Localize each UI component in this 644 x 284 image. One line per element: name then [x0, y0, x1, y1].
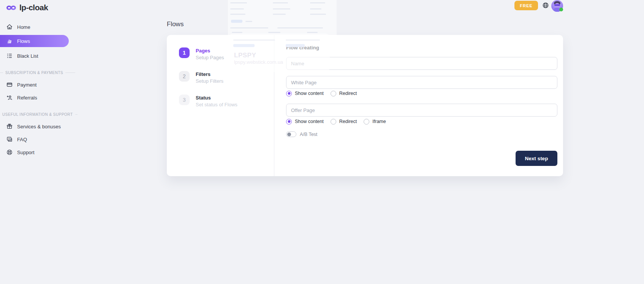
wizard-step-filters[interactable]: 2 Filters Setup Filters — [179, 71, 223, 84]
ghost-line — [277, 27, 323, 28]
sidebar-item-support[interactable]: Support — [0, 147, 76, 157]
gift-icon — [6, 123, 13, 130]
offer-page-iframe-option[interactable]: Iframe — [364, 119, 386, 125]
sidebar-item-black-list[interactable]: Black List — [0, 51, 76, 61]
ghost-line — [310, 14, 326, 15]
ghost-line — [232, 32, 242, 33]
step-number-badge: 3 — [179, 95, 190, 105]
ghost-line — [273, 14, 286, 15]
flows-icon — [6, 38, 13, 44]
form-title: Flow creating — [286, 45, 319, 50]
radio-unselected-icon[interactable] — [331, 91, 336, 96]
sidebar-item-services[interactable]: Services & bonuses — [0, 121, 76, 131]
sidebar-item-label: Home — [17, 24, 30, 30]
radio-label: Iframe — [372, 119, 386, 124]
sidebar-item-label: Flows — [17, 38, 30, 44]
flow-creation-card: 1 Pages Setup Pages 2 Filters Setup Filt… — [167, 35, 563, 176]
ab-test-label: A/B Test — [300, 132, 317, 137]
sidebar-item-faq[interactable]: ?! FAQ — [0, 134, 76, 144]
radio-unselected-icon[interactable] — [331, 119, 336, 125]
ghost-line — [310, 2, 325, 3]
sidebar-item-payment[interactable]: Payment — [0, 80, 76, 90]
radio-label: Show content — [295, 119, 324, 124]
radio-label: Redirect — [339, 119, 357, 124]
faq-bubble-icon: ?! — [6, 136, 13, 143]
offer-page-input[interactable] — [286, 104, 557, 117]
sidebar-nav: Home Flows Black List SUBSCRIPTION & PAY… — [0, 22, 76, 157]
sidebar-item-label: Payment — [17, 82, 36, 88]
white-page-redirect-option[interactable]: Redirect — [331, 91, 357, 96]
card-divider — [274, 35, 274, 176]
mask-icon — [6, 5, 16, 11]
step-subtitle: Set status of Flows — [196, 102, 237, 107]
ghost-line — [268, 32, 280, 33]
radio-label: Redirect — [339, 91, 357, 96]
sidebar-item-label: FAQ — [17, 137, 27, 142]
brand-name: lp-cloak — [19, 3, 48, 12]
sidebar-item-label: Referrals — [17, 95, 37, 101]
lifebuoy-icon — [6, 149, 13, 156]
toggle-knob-icon — [287, 133, 291, 136]
home-icon — [6, 24, 13, 30]
step-subtitle: Setup Pages — [196, 55, 224, 60]
page-title: Flows — [167, 21, 184, 28]
sidebar-item-home[interactable]: Home — [0, 22, 76, 32]
section-header-support: USEFUL INFORMATION & SUPPORT — [0, 112, 76, 117]
step-subtitle: Setup Filters — [196, 78, 223, 84]
sidebar-item-flows[interactable]: Flows — [0, 35, 69, 47]
sidebar-item-label: Services & bonuses — [17, 124, 61, 129]
radio-unselected-icon[interactable] — [364, 119, 369, 125]
ghost-line — [230, 27, 268, 28]
ghost-line — [230, 2, 247, 3]
ab-test-toggle-row: A/B Test — [286, 131, 317, 137]
radio-selected-icon[interactable] — [286, 119, 292, 125]
offer-page-mode-group: Show content Redirect Iframe — [286, 118, 386, 125]
online-status-dot — [559, 8, 563, 11]
radio-selected-icon[interactable] — [286, 91, 292, 96]
next-step-button[interactable]: Next step — [516, 151, 557, 166]
step-title: Filters — [196, 71, 223, 77]
section-header-subscription: SUBSCRIPTION & PAYMENTS — [0, 71, 76, 75]
ghost-button — [231, 20, 242, 23]
step-title: Pages — [196, 48, 224, 54]
plan-badge[interactable]: FREE — [514, 1, 538, 10]
ghost-line — [230, 8, 244, 9]
globe-icon — [542, 2, 549, 9]
ghost-wash — [228, 0, 337, 35]
wizard-step-status[interactable]: 3 Status Set status of Flows — [179, 95, 237, 107]
ghost-line — [273, 8, 290, 9]
ghost-line — [307, 32, 318, 33]
referral-user-icon — [6, 94, 13, 101]
ghost-line — [230, 14, 245, 15]
white-page-input[interactable] — [286, 76, 557, 89]
ghost-line — [245, 21, 252, 22]
step-number-badge: 1 — [179, 47, 190, 58]
credit-card-icon — [6, 81, 13, 88]
ab-test-toggle[interactable] — [286, 131, 296, 137]
sidebar: lp-cloak Home Flows Black List SUBSCRIPT… — [0, 0, 76, 160]
ghost-line — [273, 2, 288, 3]
avatar-mask — [554, 4, 560, 6]
language-globe-button[interactable] — [542, 2, 549, 9]
ghost-line — [310, 8, 321, 9]
sidebar-item-referrals[interactable]: Referrals — [0, 93, 76, 103]
step-number-badge: 2 — [179, 71, 190, 82]
svg-text:?!: ?! — [8, 137, 10, 140]
offer-page-redirect-option[interactable]: Redirect — [331, 119, 357, 125]
sidebar-item-label: Support — [17, 150, 35, 155]
wizard-step-pages[interactable]: 1 Pages Setup Pages — [179, 47, 224, 60]
list-icon — [6, 52, 13, 59]
white-page-mode-group: Show content Redirect — [286, 90, 357, 96]
step-title: Status — [196, 95, 237, 101]
white-page-show-content-option[interactable]: Show content — [286, 91, 324, 96]
flow-name-input[interactable] — [286, 57, 557, 70]
sidebar-item-label: Black List — [17, 53, 38, 59]
radio-label: Show content — [295, 91, 324, 96]
offer-page-show-content-option[interactable]: Show content — [286, 119, 324, 125]
brand-logo[interactable]: lp-cloak — [6, 3, 76, 12]
